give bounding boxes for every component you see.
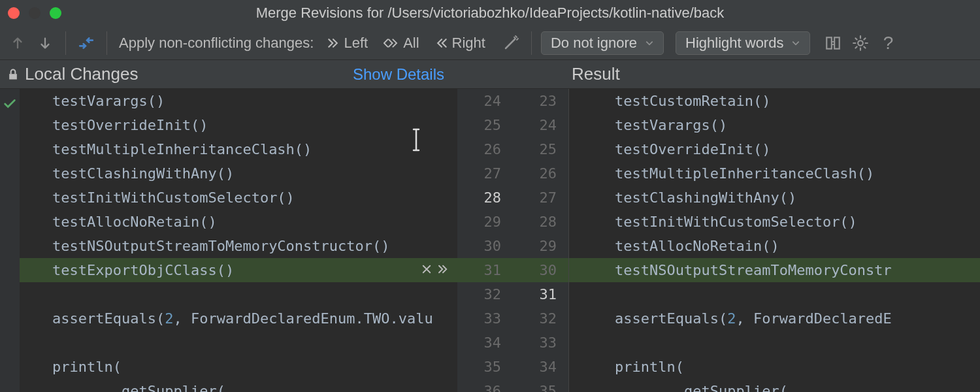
- line-number[interactable]: 34: [457, 331, 513, 355]
- compare-icon[interactable]: [75, 32, 97, 54]
- apply-left-button[interactable]: Left: [321, 33, 373, 53]
- code-line[interactable]: getSupplier(: [20, 379, 457, 392]
- merge-toolbar: Apply non-conflicting changes: Left All …: [0, 26, 980, 60]
- accept-change-icon[interactable]: [436, 258, 449, 282]
- code-line[interactable]: testNSOutputStreamToMemoryConstructor(): [20, 234, 457, 258]
- code-line[interactable]: testInitWithCustomSelector(): [569, 210, 980, 234]
- svg-rect-1: [835, 37, 840, 48]
- gear-icon[interactable]: [849, 32, 872, 54]
- line-number[interactable]: 25: [513, 137, 568, 161]
- line-number[interactable]: 33: [457, 306, 513, 331]
- line-number-gutter: 24252627282930313233343536 2324252627282…: [457, 89, 568, 392]
- traffic-lights: [8, 7, 61, 19]
- separator: [65, 31, 66, 55]
- code-line[interactable]: testNSOutputStreamToMemoryConstr: [569, 258, 980, 282]
- line-number[interactable]: 34: [513, 355, 568, 379]
- left-line-numbers: 24252627282930313233343536: [457, 89, 513, 392]
- reject-change-icon[interactable]: [421, 258, 433, 282]
- chevron-both-icon: [384, 37, 399, 50]
- code-line[interactable]: testOverrideInit(): [20, 113, 457, 137]
- left-code-pane[interactable]: testVarargs()testOverrideInit()testMulti…: [20, 89, 457, 392]
- line-number[interactable]: 36: [457, 379, 513, 392]
- code-line[interactable]: assertEquals(2, ForwardDeclaredE: [569, 306, 980, 331]
- code-line[interactable]: testMultipleInheritanceClash(): [20, 137, 457, 161]
- result-title: Result: [457, 64, 980, 84]
- line-number[interactable]: 33: [513, 331, 568, 355]
- close-window-button[interactable]: [8, 7, 20, 19]
- svg-rect-0: [827, 37, 832, 48]
- code-line[interactable]: testAllocNoRetain(): [20, 210, 457, 234]
- sync-scroll-icon[interactable]: [822, 32, 844, 54]
- code-line[interactable]: getSupplier(: [569, 379, 980, 392]
- pane-headers: Local Changes Show Details Result: [0, 60, 980, 89]
- code-line[interactable]: testCustomRetain(): [569, 89, 980, 113]
- apply-all-label: All: [403, 35, 419, 52]
- code-line[interactable]: testVarargs(): [569, 113, 980, 137]
- chevron-down-icon: [791, 35, 800, 52]
- line-number[interactable]: 30: [513, 258, 568, 282]
- code-line[interactable]: [569, 331, 980, 355]
- maximize-window-button[interactable]: [50, 7, 61, 19]
- line-number[interactable]: 26: [513, 161, 568, 186]
- code-line[interactable]: testExportObjCClass(): [20, 258, 457, 282]
- svg-point-2: [858, 41, 864, 46]
- minimize-window-button[interactable]: [29, 7, 41, 19]
- line-number[interactable]: 27: [513, 186, 568, 210]
- text-cursor-icon: [408, 128, 424, 152]
- code-line[interactable]: testInitWithCustomSelector(): [20, 186, 457, 210]
- apply-left-label: Left: [344, 35, 368, 52]
- prev-diff-icon[interactable]: [7, 32, 29, 54]
- code-line[interactable]: testVarargs(): [20, 89, 457, 113]
- line-number[interactable]: 30: [457, 234, 513, 258]
- validation-gutter: [0, 89, 20, 392]
- line-number[interactable]: 32: [457, 282, 513, 306]
- line-number[interactable]: 27: [457, 161, 513, 186]
- line-number[interactable]: 31: [513, 282, 568, 306]
- chevron-double-left-icon: [435, 37, 448, 50]
- code-line[interactable]: testOverrideInit(): [569, 137, 980, 161]
- apply-all-button[interactable]: All: [378, 33, 424, 53]
- ignore-whitespace-dropdown[interactable]: Do not ignore: [541, 31, 664, 55]
- chevron-down-icon: [645, 35, 654, 52]
- line-number[interactable]: 35: [457, 355, 513, 379]
- line-number[interactable]: 24: [513, 113, 568, 137]
- next-diff-icon[interactable]: [34, 32, 56, 54]
- line-number[interactable]: 28: [457, 186, 513, 210]
- diff-code-area: testVarargs()testOverrideInit()testMulti…: [0, 89, 980, 392]
- svg-rect-3: [9, 74, 17, 79]
- right-code-pane[interactable]: testCustomRetain()testVarargs()testOverr…: [568, 89, 980, 392]
- code-line[interactable]: [20, 331, 457, 355]
- code-line[interactable]: assertEquals(2, ForwardDeclaredEnum.TWO.…: [20, 306, 457, 331]
- right-line-numbers: 23242526272829303132333435: [513, 89, 568, 392]
- titlebar: Merge Revisions for /Users/victoriabozhk…: [0, 0, 980, 26]
- line-number[interactable]: 26: [457, 137, 513, 161]
- highlight-dropdown[interactable]: Highlight words: [676, 31, 810, 55]
- code-line[interactable]: [569, 282, 980, 306]
- line-number[interactable]: 35: [513, 379, 568, 392]
- lock-icon: [7, 67, 20, 82]
- line-number[interactable]: 25: [457, 113, 513, 137]
- line-number[interactable]: 28: [513, 210, 568, 234]
- code-line[interactable]: testClashingWithAny(): [569, 186, 980, 210]
- window-title: Merge Revisions for /Users/victoriabozhk…: [256, 5, 725, 22]
- code-line[interactable]: testMultipleInheritanceClash(): [569, 161, 980, 186]
- separator: [531, 31, 532, 55]
- apply-label: Apply non-conflicting changes:: [119, 35, 314, 52]
- code-line[interactable]: [20, 282, 457, 306]
- code-line[interactable]: testClashingWithAny(): [20, 161, 457, 186]
- ignore-dropdown-label: Do not ignore: [551, 35, 637, 52]
- code-line[interactable]: println(: [569, 355, 980, 379]
- code-line[interactable]: println(: [20, 355, 457, 379]
- line-number[interactable]: 29: [513, 234, 568, 258]
- code-line[interactable]: testAllocNoRetain(): [569, 234, 980, 258]
- line-number[interactable]: 32: [513, 306, 568, 331]
- line-number[interactable]: 23: [513, 89, 568, 113]
- chevron-double-right-icon: [327, 37, 340, 50]
- line-number[interactable]: 29: [457, 210, 513, 234]
- line-number[interactable]: 24: [457, 89, 513, 113]
- help-icon[interactable]: ?: [877, 32, 899, 54]
- magic-wand-icon[interactable]: [500, 32, 522, 54]
- show-details-link[interactable]: Show Details: [353, 65, 444, 84]
- line-number[interactable]: 31: [457, 258, 513, 282]
- apply-right-button[interactable]: Right: [430, 33, 491, 53]
